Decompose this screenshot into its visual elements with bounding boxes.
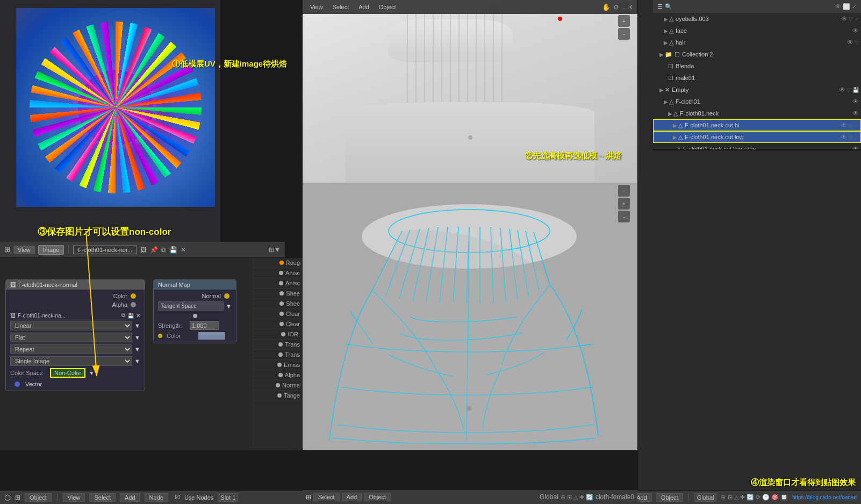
face-name[interactable]: face — [676, 27, 850, 34]
view-menu-btn[interactable]: View — [13, 246, 35, 254]
vp-bot-select-btn[interactable]: Select — [313, 493, 340, 501]
male01-name[interactable]: male01 — [676, 75, 859, 81]
hair-name[interactable]: hair — [676, 39, 845, 46]
image-node-header: 🖼 F-cloth01-neck-normal — [6, 280, 145, 290]
outliner-row-blenda[interactable]: ☐ Blenda — [653, 60, 861, 72]
outliner-row-neck-cut-low-cage[interactable]: △ F-cloth01.neck.cut.low.cage 👁 — [653, 143, 861, 150]
neck-cut-cage-eye-icon[interactable]: 👁 — [852, 145, 859, 150]
status-checkbox-use-nodes[interactable]: ☑ — [175, 494, 180, 501]
outliner-row-male01[interactable]: ☐ male01 — [653, 72, 861, 84]
global-dropdown[interactable]: Global — [694, 493, 717, 502]
outliner-search-icon[interactable]: 🔍 — [665, 3, 672, 10]
socket-alpha-dot[interactable] — [131, 302, 136, 307]
prop-dot-tange — [277, 393, 282, 398]
color-space-arrow[interactable]: ▼ — [89, 370, 94, 376]
prop-dot-norma — [276, 383, 280, 387]
status-select-btn[interactable]: Select — [89, 493, 116, 502]
empty-name[interactable]: Empty — [672, 87, 837, 93]
interpolation-select[interactable]: Linear Closest Cubic — [10, 321, 132, 330]
eyeballs-eye-icon[interactable]: 👁 — [841, 15, 848, 23]
vp-top-object-btn[interactable]: Object — [376, 3, 399, 11]
color-input-dot[interactable] — [158, 334, 162, 338]
vi-top-btn3[interactable]: - — [618, 28, 630, 40]
vp-bot-add-btn[interactable]: Add — [342, 493, 362, 501]
vi-bot-btn2[interactable]: + — [618, 198, 630, 210]
collection2-check[interactable]: ☐ — [675, 51, 680, 58]
fcloth01-eye-icon[interactable]: 👁 — [852, 98, 859, 105]
image-name-tag[interactable]: F-cloth01-neck-nor... — [73, 246, 137, 254]
save-icon[interactable]: 💾 — [169, 246, 177, 254]
normal-output-socket[interactable]: Normal — [158, 292, 232, 300]
image-save-icon[interactable]: 💾 — [127, 313, 134, 319]
neck-cut-cage-name[interactable]: F-cloth01.neck.cut.low.cage — [683, 146, 850, 150]
male01-check[interactable]: ☐ — [668, 75, 673, 82]
image-node: 🖼 F-cloth01-neck-normal Color Alpha 🖼 F-… — [5, 279, 145, 391]
space-dropdown[interactable]: Tangent Space — [158, 301, 224, 311]
non-color-box[interactable]: Non-Color — [50, 368, 85, 378]
image-close-icon[interactable]: ✕ — [136, 313, 140, 319]
viewport-top[interactable]: View Select Add Object ✋ ⟳ ✕ ②先选高模再选低模→烘… — [303, 0, 637, 183]
strength-input[interactable] — [190, 321, 219, 330]
vi-bot-btn1[interactable]: · — [618, 185, 630, 197]
vp-top-select-btn[interactable]: Select — [329, 3, 353, 11]
extension-select[interactable]: Flat Box Sphere — [10, 333, 132, 342]
outliner-row-empty[interactable]: ▶ ✕ Empty 👁 ▽ 💾 — [653, 84, 861, 96]
outliner-row-fcloth01-neck[interactable]: ▶ △ F-cloth01.neck 👁 — [653, 107, 861, 119]
socket-vector[interactable]: Vector — [10, 380, 140, 388]
pin-icon[interactable]: 📌 — [150, 246, 158, 254]
status-mode-btn[interactable]: Object — [25, 493, 52, 502]
image-copy-icon[interactable]: ⧉ — [121, 312, 125, 319]
neck-cut-low-eye-icon[interactable]: 👁 — [841, 133, 847, 141]
hair-eye-icon[interactable]: 👁 — [847, 39, 853, 46]
outliner-row-face[interactable]: ▶ △ face 👁 — [653, 25, 861, 37]
interpolation-arrow: ▼ — [134, 322, 140, 329]
image-menu-btn[interactable]: Image — [38, 245, 64, 255]
neck-cut-hi-name[interactable]: F-cloth01.neck.cut.hi — [685, 122, 838, 128]
image-filename[interactable]: F-cloth01-neck-na... — [18, 313, 119, 319]
close-icon[interactable]: ✕ — [181, 246, 186, 254]
empty-eye-icon[interactable]: 👁 — [839, 86, 845, 93]
outliner-row-fcloth01-neck-cut-hi[interactable]: ▶ △ F-cloth01.neck.cut.hi 👁 ⊞ ✓ — [653, 119, 861, 131]
socket-alpha[interactable]: Alpha — [10, 300, 140, 309]
source-select[interactable]: Single Image Movie Clip Sequence — [10, 356, 132, 366]
outliner-row-collection2[interactable]: ▶ 📁 ☐ Collection 2 — [653, 48, 861, 60]
blenda-name[interactable]: Blenda — [676, 63, 859, 69]
viewport-bottom[interactable]: · + - — [303, 183, 637, 450]
outliner-row-hair[interactable]: ▶ △ hair 👁 ▽ — [653, 37, 861, 48]
vp-bot-object-btn[interactable]: Object — [364, 493, 391, 501]
vp-top-hand-icon[interactable]: ✋ — [602, 3, 611, 11]
socket-color[interactable]: Color — [10, 292, 140, 300]
normal-output-dot[interactable] — [224, 293, 229, 299]
status-node-btn[interactable]: Node — [145, 493, 168, 502]
fcloth01-neck-eye-icon[interactable]: 👁 — [852, 110, 859, 117]
status-add-btn[interactable]: Add — [120, 493, 140, 502]
fcloth01-neck-name[interactable]: F-cloth01.neck — [680, 110, 850, 117]
blenda-check[interactable]: ☐ — [668, 63, 673, 70]
collection2-name[interactable]: Collection 2 — [682, 51, 859, 57]
fcloth01-name[interactable]: F-cloth01 — [676, 98, 850, 105]
outliner-row-fcloth01-neck-cut-low[interactable]: ▶ △ F-cloth01.neck.cut.low 👁 ⊞ ✓ — [653, 131, 861, 143]
vi-bot-btn3[interactable]: - — [618, 211, 630, 222]
vp-top-view-btn[interactable]: View — [307, 3, 326, 11]
outliner-row-fcloth01[interactable]: ▶ △ F-cloth01 👁 — [653, 96, 861, 107]
status-object2-btn[interactable]: Object — [656, 493, 683, 502]
editor-type-icon[interactable]: ⊞ — [4, 246, 10, 254]
face-eye-icon[interactable]: 👁 — [852, 27, 859, 34]
vi-top-btn1[interactable]: · — [618, 2, 630, 14]
outliner-row-eyeballs[interactable]: ▶ △ eyeballs.003 👁 ▽ ✓ — [653, 13, 861, 25]
status-view-btn[interactable]: View — [63, 493, 85, 502]
socket-vector-dot[interactable] — [15, 381, 20, 387]
projection-select[interactable]: Repeat Extend Clip — [10, 344, 132, 354]
image-node-title: F-cloth01-neck-normal — [18, 282, 77, 288]
vp-top-add-btn[interactable]: Add — [355, 3, 372, 11]
neck-cut-low-name[interactable]: F-cloth01.neck.cut.low — [685, 134, 838, 140]
eyeballs-name[interactable]: eyeballs.003 — [676, 16, 839, 22]
slot-dropdown[interactable]: Slot 1 — [218, 493, 238, 502]
color-preview[interactable] — [198, 332, 225, 340]
socket-color-dot[interactable] — [131, 293, 136, 299]
copy-icon[interactable]: ⧉ — [161, 246, 166, 254]
prop-dot-clear1 — [279, 312, 284, 316]
outliner-filter-icon[interactable]: ☰ — [657, 3, 663, 10]
neck-cut-hi-eye-icon[interactable]: 👁 — [841, 121, 847, 129]
vi-top-btn2[interactable]: + — [618, 15, 630, 27]
